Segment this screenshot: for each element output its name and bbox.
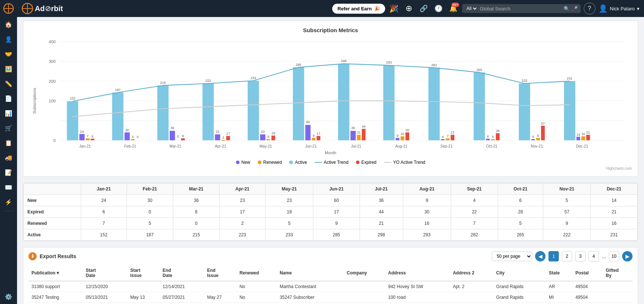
metrics-row-label: Expired xyxy=(24,206,81,218)
table-cell: 12/15/2020 xyxy=(83,281,127,292)
global-search-input[interactable] xyxy=(480,6,561,11)
add-icon-btn[interactable]: ⊕ xyxy=(403,3,415,14)
sidebar-item-media[interactable]: 🖼️ xyxy=(0,61,17,76)
per-page-select[interactable]: 50 per page 25 per page 100 per page xyxy=(492,251,532,261)
user-menu[interactable]: 👤 Nick Pataro ▾ xyxy=(598,4,640,13)
table-cell: 942 Hovey St SW xyxy=(385,281,450,292)
svg-rect-103 xyxy=(581,136,585,141)
svg-rect-75 xyxy=(428,68,440,140)
svg-text:300: 300 xyxy=(49,59,56,64)
next-page-btn[interactable]: ▶ xyxy=(622,251,633,261)
bar-jan-renewed xyxy=(86,138,90,140)
col-company: Company xyxy=(344,265,385,281)
metrics-cell: 24 xyxy=(81,195,127,206)
sidebar-item-reports[interactable]: 📊 xyxy=(0,106,17,121)
metrics-cell: 17 xyxy=(220,206,266,218)
svg-text:187: 187 xyxy=(115,88,120,92)
table-cell: Grand Rapids xyxy=(493,292,546,303)
svg-rect-81 xyxy=(451,135,454,140)
svg-rect-63 xyxy=(357,135,361,140)
metrics-cell: 5 xyxy=(498,218,543,229)
sidebar-item-settings[interactable]: ⚙️ xyxy=(0,289,17,304)
table-cell xyxy=(603,281,633,292)
col-header-nov: Nov-21 xyxy=(543,183,591,195)
svg-text:9: 9 xyxy=(537,134,539,138)
link-icon-btn[interactable]: 🔗 xyxy=(418,3,430,14)
svg-rect-71 xyxy=(401,136,404,141)
help-btn[interactable]: ? xyxy=(584,3,595,14)
table-cell xyxy=(344,292,385,303)
sidebar-item-tasks[interactable]: 📋 xyxy=(0,135,17,150)
sidebar-item-orders[interactable]: 🛒 xyxy=(0,121,17,135)
col-start-issue: StartIssue xyxy=(127,265,160,281)
table-cell: No xyxy=(237,281,277,292)
metrics-cell: 5 xyxy=(543,195,591,206)
party-icon-btn[interactable]: 🎉 xyxy=(388,3,400,14)
clock-icon-btn[interactable]: 🕐 xyxy=(433,3,444,14)
svg-rect-45 xyxy=(260,134,265,140)
metrics-row-renewed: Renewed750259211675916 xyxy=(24,218,638,229)
svg-rect-25 xyxy=(131,139,135,140)
legend-new-label: New xyxy=(241,160,250,165)
svg-text:5: 5 xyxy=(132,135,134,139)
svg-rect-35 xyxy=(203,84,214,141)
table-cell: 49504 xyxy=(573,292,603,303)
svg-rect-77 xyxy=(441,139,444,140)
sidebar-item-deals[interactable]: 🤝 xyxy=(0,47,17,61)
mic-icon[interactable]: 🎤 xyxy=(572,6,578,11)
svg-rect-30 xyxy=(170,131,175,141)
svg-text:8: 8 xyxy=(182,134,184,138)
page-btn-4[interactable]: 4 xyxy=(588,251,599,261)
page-btn-2[interactable]: 2 xyxy=(562,251,572,261)
svg-text:223: 223 xyxy=(205,79,211,82)
metrics-cell: 30 xyxy=(403,206,451,218)
table-cell: 12/14/2021 xyxy=(160,281,204,292)
sidebar-item-notes[interactable]: 📝 xyxy=(0,165,17,180)
page-btn-1[interactable]: 1 xyxy=(548,251,559,261)
svg-text:Oct-21: Oct-21 xyxy=(486,144,497,148)
notifications-btn[interactable]: 🔔 99+ xyxy=(447,3,459,14)
metrics-cell: 18 xyxy=(265,206,313,218)
prev-page-btn[interactable]: ◀ xyxy=(535,251,545,261)
svg-text:Sep-21: Sep-21 xyxy=(440,144,453,148)
metrics-cell: 5 xyxy=(265,218,313,229)
sidebar-item-edit[interactable]: ✏️ xyxy=(0,76,17,91)
refer-earn-button[interactable]: Refer and Earn 🎉 xyxy=(332,4,385,14)
search-icon[interactable]: 🔍 xyxy=(564,6,570,11)
sidebar-item-contacts[interactable]: 👤 xyxy=(0,32,17,47)
search-scope-select[interactable]: All xyxy=(465,6,478,11)
svg-text:18: 18 xyxy=(271,131,275,135)
sidebar-item-automation[interactable]: ⚡ xyxy=(0,195,17,209)
sidebar-item-email[interactable]: ✉️ xyxy=(0,180,17,195)
col-publication: Publication ▾ xyxy=(29,265,83,281)
metrics-cell: 28 xyxy=(498,206,543,218)
active-trend-line xyxy=(73,64,570,101)
metrics-cell: 215 xyxy=(173,229,219,241)
metrics-cell: 2 xyxy=(220,218,266,229)
sidebar-item-delivery[interactable]: 🚚 xyxy=(0,150,17,165)
svg-text:22: 22 xyxy=(451,131,454,134)
sidebar-item-documents[interactable]: 📄 xyxy=(0,91,17,106)
col-address: Address xyxy=(385,265,450,281)
subscription-chart: 400 300 200 100 0 Subscriptions 152 xyxy=(29,38,632,156)
table-cell xyxy=(127,281,160,292)
legend-active-dot xyxy=(289,161,293,164)
svg-rect-73 xyxy=(406,132,409,140)
page-btn-3[interactable]: 3 xyxy=(575,251,585,261)
export-header: ⬇ Export Results 50 per page 25 per page… xyxy=(29,251,633,261)
metrics-cell: 285 xyxy=(313,229,360,241)
col-gifted-by: GiftedBy xyxy=(603,265,633,281)
sidebar-item-home[interactable]: 🏠 xyxy=(0,17,17,32)
table-row: 35247 Testing05/13/2021May 1305/27/2021M… xyxy=(29,292,633,303)
metrics-cell: 282 xyxy=(451,229,498,241)
svg-rect-43 xyxy=(248,81,259,140)
legend-yo-trend-line xyxy=(384,162,391,163)
chart-title: Subscription Metrics xyxy=(29,27,632,33)
svg-rect-53 xyxy=(305,125,310,141)
metrics-cell: 9 xyxy=(313,218,360,229)
chart-legend: New Renewed Active Active Trend Expired xyxy=(29,160,632,165)
notif-badge: 99+ xyxy=(451,3,459,7)
svg-text:9: 9 xyxy=(313,134,314,138)
svg-text:200: 200 xyxy=(49,79,56,83)
page-btn-10[interactable]: 10 xyxy=(609,251,619,261)
